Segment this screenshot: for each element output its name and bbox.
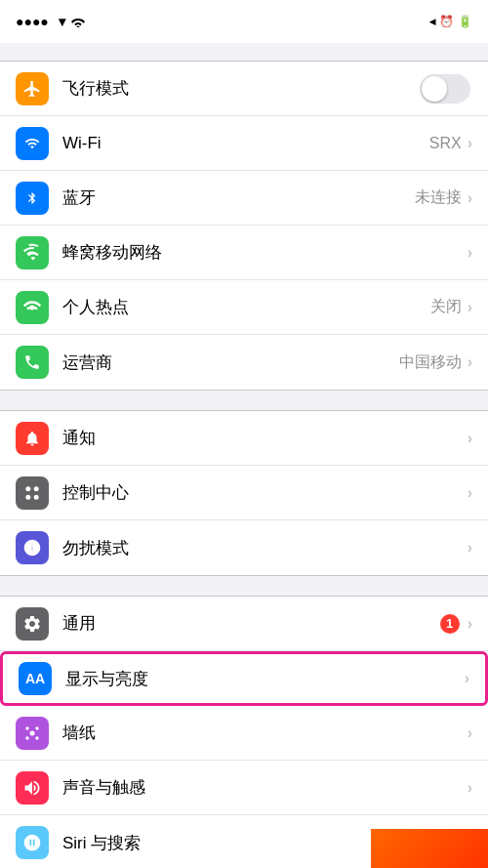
hotspot-icon	[16, 291, 49, 324]
item-value-carrier: 中国移动	[399, 352, 462, 373]
svg-point-8	[35, 726, 38, 729]
settings-item-wifi[interactable]: Wi-FiSRX›	[0, 116, 488, 171]
chevron-cellular: ›	[468, 244, 472, 262]
carrier-icon	[16, 346, 49, 379]
control-center-icon	[16, 476, 49, 510]
item-label-dnd: 勿扰模式	[62, 537, 468, 559]
item-label-bluetooth: 蓝牙	[62, 186, 415, 209]
settings-item-cellular[interactable]: 蜂窝移动网络›	[0, 226, 488, 280]
svg-point-9	[25, 736, 28, 739]
bluetooth-icon	[16, 182, 49, 215]
settings-item-hotspot[interactable]: 个人热点关闭›	[0, 280, 488, 335]
alarm-icon: ⏰	[439, 15, 454, 28]
item-label-general: 通用	[62, 612, 440, 635]
svg-point-0	[76, 26, 79, 28]
item-label-sounds: 声音与触感	[62, 776, 468, 799]
settings-item-control-center[interactable]: 控制中心›	[0, 466, 488, 520]
svg-point-10	[35, 736, 38, 739]
settings-item-dnd[interactable]: 勿扰模式›	[0, 520, 488, 575]
item-label-display: 显示与亮度	[65, 668, 465, 690]
settings-item-bluetooth[interactable]: 蓝牙未连接›	[0, 171, 488, 226]
settings-item-notifications[interactable]: 通知›	[0, 411, 488, 466]
settings-item-sounds[interactable]: 声音与触感›	[0, 761, 488, 815]
status-icons: ◂ ⏰ 🔋	[429, 15, 472, 28]
status-carrier: ●●●● ▾	[16, 14, 86, 29]
settings-item-airplane[interactable]: 飞行模式	[0, 62, 488, 116]
item-value-bluetooth: 未连接	[415, 187, 462, 208]
item-label-carrier: 运营商	[62, 351, 399, 374]
settings-item-carrier[interactable]: 运营商中国移动›	[0, 335, 488, 390]
general-icon	[16, 607, 49, 641]
chevron-sounds: ›	[468, 779, 472, 797]
dnd-icon	[16, 531, 49, 564]
toggle-airplane[interactable]	[420, 74, 470, 103]
section-network: 飞行模式Wi-FiSRX›蓝牙未连接›蜂窝移动网络›个人热点关闭›运营商中国移动…	[0, 61, 488, 391]
settings-item-general[interactable]: 通用1›	[0, 597, 488, 651]
chevron-carrier: ›	[468, 353, 472, 371]
status-bar: ●●●● ▾ ◂ ⏰ 🔋	[0, 0, 488, 43]
page-title	[0, 43, 488, 61]
cellular-icon	[16, 236, 49, 269]
settings-item-wallpaper[interactable]: 墙纸›	[0, 706, 488, 761]
chevron-notifications: ›	[468, 430, 472, 447]
badge-general: 1	[440, 614, 460, 634]
wifi-icon	[70, 16, 86, 27]
item-label-hotspot: 个人热点	[62, 296, 430, 318]
item-label-notifications: 通知	[62, 427, 468, 449]
chevron-general: ›	[468, 615, 472, 633]
airplane-icon	[16, 72, 49, 105]
watermark	[371, 829, 488, 868]
item-label-wallpaper: 墙纸	[62, 722, 468, 744]
svg-point-3	[34, 486, 39, 491]
svg-point-2	[25, 486, 30, 491]
chevron-bluetooth: ›	[468, 189, 472, 207]
settings-item-display[interactable]: AA显示与亮度›	[0, 651, 488, 706]
notifications-icon	[16, 422, 49, 455]
chevron-wifi: ›	[468, 135, 472, 152]
toggle-knob-airplane	[422, 76, 447, 102]
sounds-icon	[16, 771, 49, 805]
chevron-hotspot: ›	[468, 299, 472, 316]
svg-point-6	[30, 730, 35, 735]
item-label-control-center: 控制中心	[62, 481, 468, 504]
location-icon: ◂	[429, 15, 435, 28]
section-display: 通用1›AA显示与亮度›墙纸›声音与触感›Siri 与搜索›	[0, 596, 488, 868]
chevron-display: ›	[465, 670, 469, 687]
svg-point-7	[25, 726, 28, 729]
item-label-airplane: 飞行模式	[62, 77, 420, 100]
item-label-wifi: Wi-Fi	[62, 134, 429, 153]
chevron-control-center: ›	[468, 484, 472, 502]
chevron-dnd: ›	[468, 539, 472, 557]
svg-point-5	[34, 494, 39, 499]
wifi-icon	[16, 127, 49, 160]
item-value-wifi: SRX	[429, 135, 462, 152]
chevron-wallpaper: ›	[468, 724, 472, 742]
battery-icon: 🔋	[458, 15, 472, 28]
wallpaper-icon	[16, 717, 49, 750]
svg-point-4	[25, 494, 30, 499]
item-value-hotspot: 关闭	[430, 297, 462, 317]
section-notifications: 通知›控制中心›勿扰模式›	[0, 410, 488, 576]
item-label-cellular: 蜂窝移动网络	[62, 241, 468, 264]
display-icon: AA	[19, 662, 52, 695]
siri-icon	[16, 826, 49, 859]
